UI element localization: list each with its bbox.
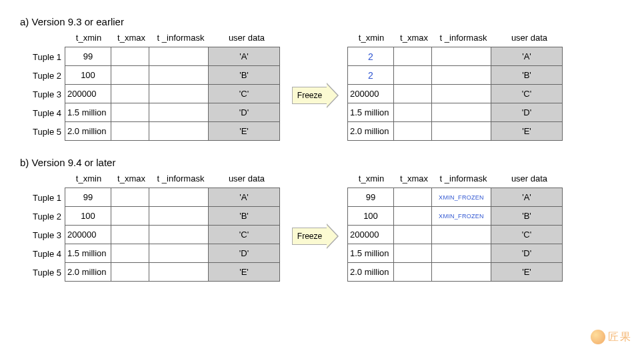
cell-xmin: 200000 (347, 84, 394, 103)
tuple-table-b-left: t_xmin t_xmax t _informask user data 99 … (65, 173, 283, 282)
cell-xmin: 99 (347, 188, 394, 207)
cell-xmin: 1.5 million (347, 103, 394, 122)
cell-info (149, 244, 209, 263)
cell-xmax (393, 225, 432, 244)
cell-xmin: 1.5 million (347, 244, 394, 263)
cell-xmin-frozen: 2 (347, 65, 394, 85)
cell-user: 'A' (208, 47, 280, 66)
cell-xmax (393, 188, 432, 207)
cell-xmin: 100 (65, 206, 111, 226)
cell-xmax (111, 188, 149, 207)
tuple-label: Tuple 2 (20, 207, 61, 226)
cell-xmin: 2.0 million (347, 262, 394, 282)
table-row: 100 'B' (65, 66, 283, 85)
cell-user: 'E' (208, 262, 280, 282)
col-header-xmax: t_xmax (112, 173, 151, 188)
table-row: 200000 'C' (65, 226, 283, 244)
table-row: 200000 'C' (348, 226, 565, 244)
cell-info-frozen: XMIN_FROZEN (431, 206, 491, 226)
cell-info (431, 47, 491, 66)
cell-info (149, 47, 209, 66)
table-a-left-block: Tuple 1 Tuple 2 Tuple 3 Tuple 4 Tuple 5 … (20, 33, 283, 141)
col-header-xmin: t_xmin (65, 173, 112, 188)
cell-user: 'B' (208, 206, 280, 226)
freeze-arrow: Freeze (292, 224, 339, 249)
cell-user: 'B' (208, 65, 280, 85)
col-header-user: user data (493, 173, 565, 188)
cell-xmin: 2.0 million (65, 262, 111, 282)
cell-info (431, 103, 491, 122)
cell-xmax (111, 262, 149, 282)
table-row: 2.0 million 'E' (348, 263, 565, 282)
cell-user: 'E' (491, 262, 563, 282)
cell-xmax (393, 103, 432, 122)
cell-info (149, 121, 209, 141)
cell-info (431, 244, 491, 263)
cell-xmax (111, 121, 149, 141)
cell-xmax (393, 65, 432, 85)
table-row: 99 'A' (65, 188, 283, 207)
cell-xmax (393, 84, 432, 103)
freeze-label: Freeze (292, 87, 327, 104)
cell-xmin: 200000 (65, 225, 111, 244)
table-row: 1.5 million 'D' (348, 103, 565, 122)
col-header-xmin: t_xmin (348, 33, 395, 47)
tuple-table-a-right: t_xmin t_xmax t _informask user data 2 '… (348, 33, 565, 141)
tuple-label: Tuple 4 (20, 103, 61, 122)
col-header-xmax: t_xmax (112, 33, 151, 47)
row-labels: Tuple 1 Tuple 2 Tuple 3 Tuple 4 Tuple 5 (20, 188, 61, 282)
tuple-label: Tuple 5 (20, 263, 61, 282)
cell-info (149, 262, 209, 282)
cell-user: 'D' (208, 103, 280, 122)
cell-info (431, 225, 491, 244)
tuple-label: Tuple 1 (20, 47, 61, 66)
col-header-xmax: t_xmax (395, 173, 433, 188)
section-a-title: a) Version 9.3 or earlier (20, 16, 624, 27)
cell-xmax (111, 103, 149, 122)
cell-info-frozen: XMIN_FROZEN (431, 188, 491, 207)
col-header-xmax: t_xmax (395, 33, 433, 47)
cell-info (149, 188, 209, 207)
cell-user: 'D' (491, 103, 563, 122)
cell-xmin: 1.5 million (65, 103, 111, 122)
tuple-table-a-left: t_xmin t_xmax t _informask user data 99 … (65, 33, 283, 141)
table-row: 99 'A' (65, 47, 283, 66)
col-header-user: user data (211, 173, 283, 188)
cell-xmin: 100 (65, 65, 111, 85)
cell-user: 'B' (491, 65, 563, 85)
col-header-info: t _informask (151, 33, 211, 47)
table-b-left-block: Tuple 1 Tuple 2 Tuple 3 Tuple 4 Tuple 5 … (20, 173, 283, 282)
tuple-label: Tuple 1 (20, 188, 61, 207)
cell-xmin: 99 (65, 188, 111, 207)
cell-xmin: 1.5 million (65, 244, 111, 263)
cell-info (431, 84, 491, 103)
table-row: 1.5 million 'D' (65, 244, 283, 263)
table-row: 1.5 million 'D' (65, 103, 283, 122)
cell-xmax (393, 206, 432, 226)
tuple-label: Tuple 3 (20, 85, 61, 103)
col-header-user: user data (211, 33, 283, 47)
cell-info (149, 65, 209, 85)
table-row: 200000 'C' (65, 85, 283, 103)
table-row: 2.0 million 'E' (348, 122, 565, 141)
cell-xmax (393, 244, 432, 263)
table-row: 2 'A' (348, 47, 565, 66)
table-row: 100 XMIN_FROZEN 'B' (348, 207, 565, 226)
table-row: 200000 'C' (348, 85, 565, 103)
col-header-user: user data (493, 33, 565, 47)
tuple-table-b-right: t_xmin t_xmax t _informask user data 99 … (348, 173, 565, 282)
col-header-xmin: t_xmin (348, 173, 395, 188)
cell-xmin: 2.0 million (65, 121, 111, 141)
cell-xmax (111, 244, 149, 263)
col-header-info: t _informask (151, 173, 211, 188)
cell-user: 'B' (491, 206, 563, 226)
cell-info (149, 206, 209, 226)
col-header-xmin: t_xmin (65, 33, 112, 47)
cell-xmax (111, 84, 149, 103)
cell-user: 'A' (208, 188, 280, 207)
table-row: 100 'B' (65, 207, 283, 226)
cell-user: 'D' (491, 244, 563, 263)
table-row: 1.5 million 'D' (348, 244, 565, 263)
cell-xmin-frozen: 2 (347, 47, 394, 66)
cell-xmax (111, 206, 149, 226)
